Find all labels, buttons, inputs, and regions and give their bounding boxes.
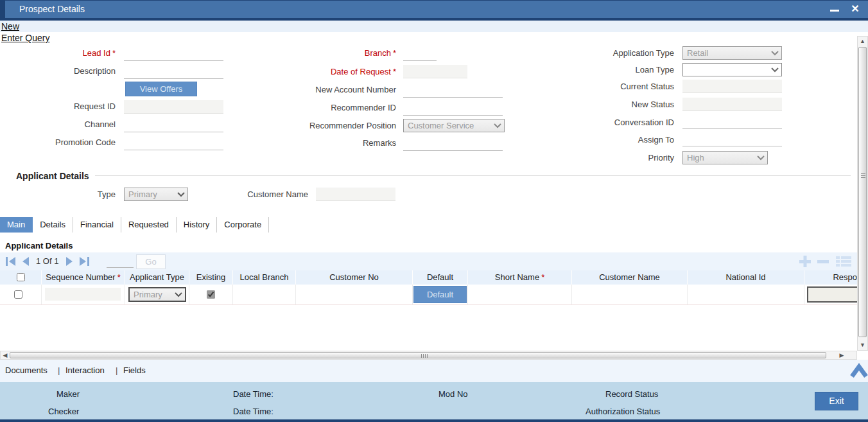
remarks-input[interactable] <box>403 138 503 151</box>
tab-details[interactable]: Details <box>33 217 73 233</box>
page-number-input[interactable] <box>107 255 134 268</box>
description-input[interactable] <box>124 66 223 79</box>
tab-requested[interactable]: Requested <box>121 217 177 233</box>
first-page-icon[interactable] <box>5 256 17 267</box>
recommender-position-select[interactable]: Customer Service <box>403 119 505 132</box>
record-status-label: Record Status <box>605 389 658 399</box>
existing-checkbox[interactable] <box>207 290 215 299</box>
row-select-cell <box>0 285 42 305</box>
checker-date-time-label: Date Time: <box>233 407 273 416</box>
new-account-number-input[interactable] <box>403 85 503 98</box>
interaction-link[interactable]: Interaction <box>65 365 105 375</box>
vertical-scrollbar[interactable]: ▲ ▼ <box>857 36 868 351</box>
page-indicator: 1 Of 1 <box>36 252 58 270</box>
default-button[interactable]: Default <box>413 286 467 303</box>
tab-main[interactable]: Main <box>0 217 33 233</box>
sequence-number-cell <box>42 285 125 305</box>
branch-label: Branch* <box>268 48 396 59</box>
delete-row-icon[interactable] <box>815 254 831 268</box>
select-all-checkbox[interactable] <box>17 273 25 281</box>
recommender-position-value: Customer Service <box>408 121 474 130</box>
last-page-icon[interactable] <box>78 256 90 267</box>
links-separator: | <box>116 365 117 375</box>
tab-financial[interactable]: Financial <box>73 217 121 233</box>
fields-link[interactable]: Fields <box>123 365 146 375</box>
priority-select[interactable]: High <box>682 151 768 164</box>
recommender-id-label: Recommender ID <box>268 102 396 114</box>
col-short-name: Short Name* <box>468 270 572 285</box>
next-page-icon[interactable] <box>64 256 74 267</box>
maker-date-time-label: Date Time: <box>233 389 273 399</box>
scroll-up-icon[interactable]: ▲ <box>858 37 867 46</box>
assign-to-input[interactable] <box>682 134 782 146</box>
action-row-enter-query: Enter Query <box>0 32 868 44</box>
tab-corporate[interactable]: Corporate <box>217 217 269 233</box>
col-national-id: National Id <box>688 270 804 285</box>
checker-label: Checker <box>48 407 79 416</box>
customer-name-label: Customer Name <box>180 189 308 200</box>
scroll-left-icon[interactable]: ◀ <box>1 351 9 359</box>
bottom-links-band: Documents | Interaction | Fields <box>0 360 868 382</box>
footer-bottom-strip <box>0 419 868 422</box>
customer-name-field <box>316 188 395 201</box>
chevron-up-icon[interactable] <box>850 361 868 380</box>
new-account-number-label: New Account Number <box>268 84 396 96</box>
window-title: Prospect Details <box>19 4 85 14</box>
minimize-icon[interactable] <box>830 10 839 12</box>
application-type-label: Application Type <box>546 48 674 59</box>
description-label: Description <box>0 66 116 77</box>
promotion-code-input[interactable] <box>124 137 223 150</box>
grid-title: Applicant Details <box>5 241 73 251</box>
section-divider <box>95 175 851 176</box>
applicant-type-select[interactable]: Primary <box>124 188 188 201</box>
row-select-checkbox[interactable] <box>14 290 22 299</box>
national-id-cell <box>688 285 804 305</box>
vertical-scrollbar-thumb[interactable] <box>858 47 867 337</box>
channel-input[interactable] <box>124 119 223 132</box>
chevron-down-icon <box>771 51 779 56</box>
horizontal-scrollbar[interactable]: ◀ ▶ <box>0 351 857 360</box>
links-separator: | <box>58 365 60 375</box>
row-applicant-type-select[interactable]: Primary <box>128 287 186 302</box>
action-row-new: New <box>0 21 868 32</box>
applicant-type-value: Primary <box>128 189 157 199</box>
loan-type-select[interactable] <box>682 63 782 76</box>
col-customer-no: Customer No <box>296 270 413 285</box>
tab-history[interactable]: History <box>177 217 217 233</box>
request-id-field <box>124 100 223 114</box>
go-button[interactable]: Go <box>136 254 166 269</box>
new-link[interactable]: New <box>1 21 19 31</box>
conversation-id-input[interactable] <box>682 116 782 129</box>
lead-id-input[interactable] <box>124 48 223 61</box>
maker-label: Maker <box>56 389 80 399</box>
exit-button[interactable]: Exit <box>815 392 858 410</box>
applicant-type-cell: Primary <box>125 285 189 305</box>
priority-value: High <box>687 153 704 163</box>
prev-page-icon[interactable] <box>21 256 31 267</box>
lead-id-label: Lead Id* <box>0 48 116 59</box>
view-offers-button[interactable]: View Offers <box>125 82 197 96</box>
sequence-number-field <box>45 288 121 301</box>
branch-input[interactable] <box>403 48 437 61</box>
recommender-id-input[interactable] <box>403 103 503 116</box>
chevron-down-icon <box>494 123 501 128</box>
window-corner <box>0 1 5 18</box>
single-view-icon[interactable] <box>835 254 853 268</box>
row-applicant-type-value: Primary <box>134 290 162 299</box>
application-type-select[interactable]: Retail <box>682 46 782 60</box>
current-status-label: Current Status <box>546 81 674 92</box>
footer: Maker Date Time: Mod No Record Status Ch… <box>0 382 868 419</box>
col-local-branch: Local Branch <box>233 270 296 285</box>
mod-no-label: Mod No <box>438 389 468 399</box>
close-icon[interactable]: ✕ <box>848 2 862 16</box>
responsibility-input[interactable] <box>807 286 857 303</box>
add-row-icon[interactable] <box>797 254 813 268</box>
current-status-field <box>682 80 782 93</box>
col-existing: Existing <box>189 270 233 285</box>
scroll-right-icon[interactable]: ▶ <box>838 351 846 359</box>
enter-query-link[interactable]: Enter Query <box>1 33 49 43</box>
documents-link[interactable]: Documents <box>5 365 48 375</box>
new-status-field <box>682 98 782 111</box>
horizontal-scrollbar-thumb[interactable] <box>10 352 826 358</box>
scroll-down-icon[interactable]: ▼ <box>858 341 867 349</box>
